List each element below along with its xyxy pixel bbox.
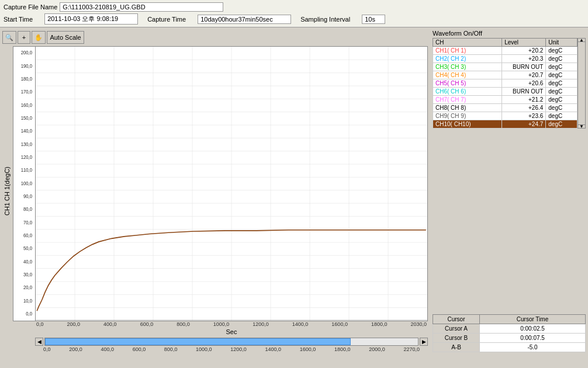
scrollbar-track[interactable] bbox=[44, 338, 418, 346]
waveform-row-8[interactable]: CH9( CH 9)+23.6degC bbox=[433, 112, 577, 120]
x-axis-ticks: 0,0 200,0 400,0 600,0 800,0 1000,0 1200,… bbox=[13, 321, 428, 327]
scroll-left-button[interactable]: ◀ bbox=[35, 338, 43, 346]
waveform-level-9: +24.7 bbox=[502, 120, 546, 129]
svg-text:160,0: 160,0 bbox=[21, 102, 33, 108]
start-time-label: Start Time bbox=[4, 16, 33, 23]
cursor-row-value-0: 0:00:02.5 bbox=[480, 324, 586, 334]
waveform-level-3: +20.7 bbox=[502, 71, 546, 79]
right-panel: Waveform On/Off CH Level Unit bbox=[430, 27, 588, 355]
svg-text:10,0: 10,0 bbox=[23, 297, 32, 304]
svg-text:180,0: 180,0 bbox=[21, 76, 33, 82]
waveform-unit-8: degC bbox=[546, 112, 577, 120]
cursor-row-0: Cursor A0:00:02.5 bbox=[433, 324, 586, 334]
cursor-row-2: A-B-5.0 bbox=[433, 343, 586, 352]
start-time-value: 2011-10-03 오후 9:08:19 bbox=[44, 13, 138, 25]
waveform-row-4[interactable]: CH5( CH 5)+20.6degC bbox=[433, 79, 577, 88]
waveform-level-5: BURN OUT bbox=[502, 88, 546, 96]
svg-text:20,0: 20,0 bbox=[23, 284, 32, 291]
waveform-ch-5: CH6( CH 6) bbox=[433, 88, 502, 96]
waveform-level-6: +21.2 bbox=[502, 96, 546, 104]
scroll-right-button[interactable]: ▶ bbox=[420, 338, 428, 346]
waveform-ch-4: CH5( CH 5) bbox=[433, 79, 502, 88]
scrollbar-thumb[interactable] bbox=[45, 338, 351, 345]
auto-scale-button[interactable]: Auto Scale bbox=[47, 31, 84, 44]
waveform-level-0: +20.2 bbox=[502, 47, 546, 55]
waveform-ch-7: CH8( CH 8) bbox=[433, 104, 502, 112]
waveform-row-2[interactable]: CH3( CH 3)BURN OUTdegC bbox=[433, 63, 577, 71]
chart-area: CH1 CH 1(degC) 200,0 190,0 180,0 bbox=[2, 46, 428, 352]
waveform-unit-2: degC bbox=[546, 63, 577, 71]
cursor-row-value-1: 0:00:07.5 bbox=[480, 334, 586, 343]
svg-text:200,0: 200,0 bbox=[21, 50, 33, 56]
capture-time-label: Capture Time bbox=[147, 16, 186, 23]
waveform-unit-7: degC bbox=[546, 104, 577, 112]
plus-button[interactable]: + bbox=[18, 31, 30, 44]
waveform-wrapper: CH Level Unit CH1( CH 1)+20.2degCCH2( CH… bbox=[433, 38, 586, 129]
top-bar: Capture File Name G:\111003-210819_UG.GB… bbox=[0, 0, 588, 27]
waveform-scroll: CH Level Unit CH1( CH 1)+20.2degCCH2( CH… bbox=[433, 38, 577, 129]
svg-text:140,0: 140,0 bbox=[21, 128, 33, 134]
cursor-row-label-1: Cursor B bbox=[433, 334, 480, 343]
cursor-section: Cursor Cursor Time Cursor A0:00:02.5Curs… bbox=[433, 312, 586, 352]
waveform-ch-2: CH3( CH 3) bbox=[433, 63, 502, 71]
waveform-row-6[interactable]: CH7( CH 7)+21.2degC bbox=[433, 96, 577, 104]
waveform-row-1[interactable]: CH2( CH 2)+20.3degC bbox=[433, 55, 577, 63]
waveform-level-4: +20.6 bbox=[502, 79, 546, 88]
waveform-level-7: +26.4 bbox=[502, 104, 546, 112]
waveform-scroll-down[interactable]: ▼ bbox=[578, 124, 585, 128]
waveform-unit-4: degC bbox=[546, 79, 577, 88]
svg-text:90,0: 90,0 bbox=[23, 193, 32, 200]
svg-text:170,0: 170,0 bbox=[21, 89, 33, 95]
waveform-row-5[interactable]: CH6( CH 6)BURN OUTdegC bbox=[433, 88, 577, 96]
main-area: 🔍 + ✋ Auto Scale CH1 CH 1(degC) bbox=[0, 27, 588, 355]
svg-text:30,0: 30,0 bbox=[23, 272, 32, 278]
svg-text:60,0: 60,0 bbox=[23, 232, 32, 239]
y-axis-ticks: 200,0 190,0 180,0 170,0 160,0 150,0 140,… bbox=[13, 46, 35, 321]
svg-text:150,0: 150,0 bbox=[21, 115, 33, 121]
svg-text:130,0: 130,0 bbox=[21, 141, 33, 147]
cursor-row-label-0: Cursor A bbox=[433, 324, 480, 334]
svg-text:40,0: 40,0 bbox=[23, 258, 32, 265]
svg-text:50,0: 50,0 bbox=[23, 245, 32, 252]
waveform-ch-1: CH2( CH 2) bbox=[433, 55, 502, 63]
capture-file-value: G:\111003-210819_UG.GBD bbox=[60, 2, 223, 12]
cursor-table: Cursor Cursor Time Cursor A0:00:02.5Curs… bbox=[433, 314, 586, 352]
waveform-col-unit: Unit bbox=[546, 39, 577, 47]
waveform-row-3[interactable]: CH4( CH 4)+20.7degC bbox=[433, 71, 577, 79]
waveform-row-0[interactable]: CH1( CH 1)+20.2degC bbox=[433, 47, 577, 55]
svg-text:190,0: 190,0 bbox=[21, 63, 33, 69]
waveform-level-2: BURN OUT bbox=[502, 63, 546, 71]
sampling-interval-value: 10s bbox=[362, 15, 385, 24]
svg-text:110,0: 110,0 bbox=[21, 167, 33, 173]
zoom-button[interactable]: 🔍 bbox=[2, 31, 16, 44]
capture-time-value: 10day00hour37min50sec bbox=[198, 15, 291, 24]
waveform-table: CH Level Unit CH1( CH 1)+20.2degCCH2( CH… bbox=[433, 38, 577, 129]
cursor-row-1: Cursor B0:00:07.5 bbox=[433, 334, 586, 343]
waveform-unit-1: degC bbox=[546, 55, 577, 63]
waveform-section: Waveform On/Off CH Level Unit bbox=[433, 30, 586, 129]
waveform-ch-3: CH4( CH 4) bbox=[433, 71, 502, 79]
cursor-row-value-2: -5.0 bbox=[480, 343, 586, 352]
scrollbar-container: ◀ ▶ 0,0 200,0 400,0 600,0 800,0 1000,0 bbox=[2, 338, 428, 352]
cursor-title: Cursor bbox=[447, 316, 465, 322]
svg-text:70,0: 70,0 bbox=[23, 219, 32, 225]
waveform-level-8: +23.6 bbox=[502, 112, 546, 120]
app-container: Capture File Name G:\111003-210819_UG.GB… bbox=[0, 0, 588, 355]
waveform-level-1: +20.3 bbox=[502, 55, 546, 63]
svg-text:0,0: 0,0 bbox=[26, 311, 32, 317]
waveform-ch-0: CH1( CH 1) bbox=[433, 47, 502, 55]
sampling-interval-label: Sampling Interval bbox=[300, 16, 350, 23]
scroll-x-scale: 0,0 200,0 400,0 600,0 800,0 1000,0 1200,… bbox=[35, 346, 428, 352]
waveform-unit-0: degC bbox=[546, 47, 577, 55]
hand-button[interactable]: ✋ bbox=[32, 31, 46, 44]
waveform-row-7[interactable]: CH8( CH 8)+26.4degC bbox=[433, 104, 577, 112]
waveform-unit-9: degC bbox=[546, 120, 577, 129]
waveform-title: Waveform On/Off bbox=[433, 30, 586, 37]
y-axis-label: CH1 CH 1(degC) bbox=[2, 46, 13, 336]
waveform-col-ch: CH bbox=[433, 39, 502, 47]
cursor-time-header: Cursor Time bbox=[480, 315, 586, 324]
cursor-row-label-2: A-B bbox=[433, 343, 480, 352]
waveform-row-9[interactable]: CH10( CH10)+24.7degC bbox=[433, 120, 577, 129]
waveform-scrollbar[interactable]: ▲ ▼ bbox=[577, 38, 586, 129]
waveform-ch-8: CH9( CH 9) bbox=[433, 112, 502, 120]
